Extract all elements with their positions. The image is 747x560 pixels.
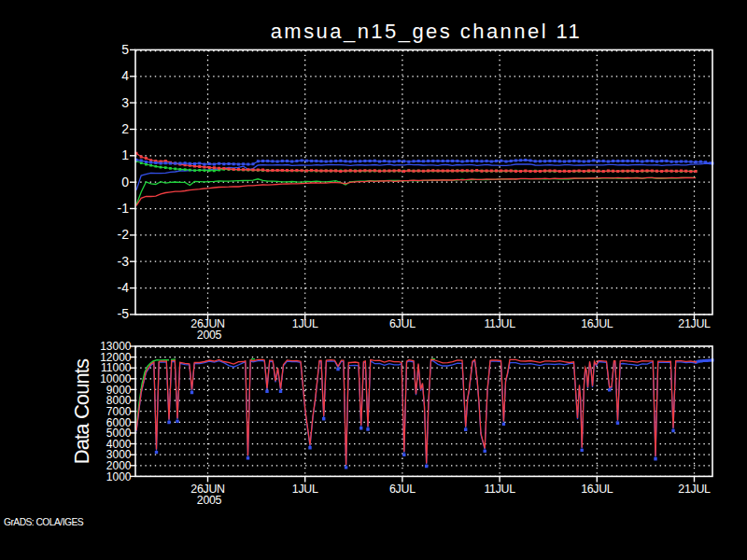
- svg-text:GrADS: COLA/IGES: GrADS: COLA/IGES: [4, 517, 84, 527]
- svg-text:13000: 13000: [100, 340, 132, 353]
- svg-text:16JUL: 16JUL: [581, 483, 613, 496]
- svg-text:1JUL: 1JUL: [292, 317, 318, 330]
- svg-text:-3: -3: [118, 254, 130, 269]
- svg-text:-5: -5: [118, 306, 130, 321]
- svg-text:3: 3: [121, 95, 129, 110]
- svg-text:2005: 2005: [197, 329, 222, 342]
- svg-text:2005: 2005: [197, 494, 222, 507]
- svg-text:6JUL: 6JUL: [389, 317, 416, 330]
- svg-text:Data Counts: Data Counts: [70, 358, 93, 464]
- svg-text:-2: -2: [118, 227, 130, 242]
- svg-text:1: 1: [121, 147, 129, 162]
- svg-text:16JUL: 16JUL: [581, 317, 613, 330]
- svg-text:-4: -4: [118, 280, 130, 295]
- svg-text:-1: -1: [118, 201, 130, 216]
- svg-text:21JUL: 21JUL: [678, 483, 711, 496]
- svg-text:6JUL: 6JUL: [389, 483, 416, 496]
- svg-text:0: 0: [121, 175, 129, 189]
- svg-text:amsua_n15_ges channel 11: amsua_n15_ges channel 11: [271, 20, 583, 43]
- svg-text:21JUL: 21JUL: [678, 317, 711, 330]
- svg-text:1JUL: 1JUL: [292, 483, 318, 496]
- svg-text:11JUL: 11JUL: [484, 483, 515, 496]
- svg-text:2: 2: [121, 121, 129, 136]
- svg-text:11JUL: 11JUL: [484, 317, 515, 330]
- svg-text:4: 4: [121, 68, 129, 83]
- svg-text:5: 5: [121, 42, 129, 57]
